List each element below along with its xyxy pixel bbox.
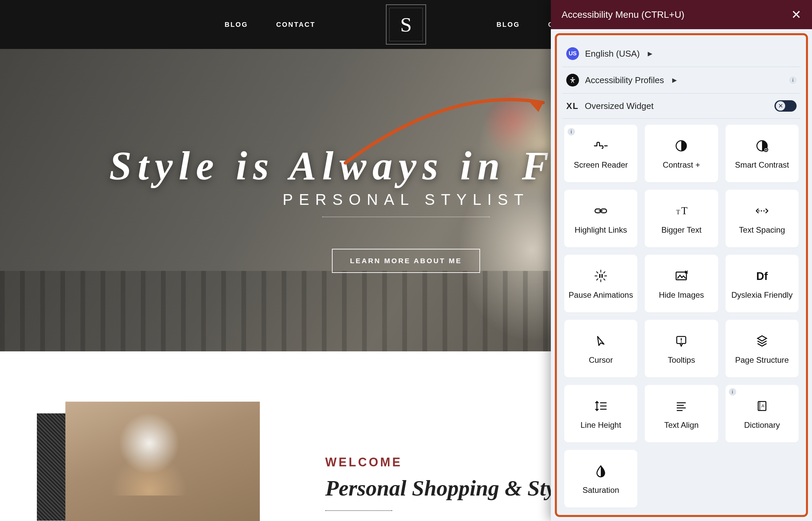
language-row[interactable]: US English (USA) ▶ [562, 41, 800, 67]
site-logo[interactable]: S [386, 4, 426, 45]
accessibility-panel-title: Accessibility Menu (CTRL+U) [562, 9, 791, 20]
nav-link-contact[interactable]: CONTACT [276, 21, 315, 28]
a11y-tile-label: Page Structure [735, 355, 789, 365]
accessibility-profiles-row[interactable]: Accessibility Profiles ▶ i [562, 67, 800, 93]
screen-reader-icon [593, 137, 609, 154]
a11y-tile-label: Tooltips [668, 355, 695, 365]
a11y-tile-label: Contrast + [663, 160, 700, 169]
a11y-tile-hide-images[interactable]: Hide Images [645, 255, 718, 313]
page-structure-icon [754, 333, 770, 349]
pause-animations-icon [593, 268, 609, 284]
accessibility-icon [566, 74, 579, 87]
bigger-text-icon [674, 203, 689, 219]
a11y-tile-cursor[interactable]: Cursor [564, 320, 637, 378]
contrast-plus-icon [674, 137, 689, 154]
a11y-tile-pause-animations[interactable]: Pause Animations [564, 255, 637, 313]
a11y-tile-text-spacing[interactable]: Text Spacing [725, 190, 798, 247]
nav-left-group: BLOG CONTACT [225, 21, 315, 28]
hero-divider [322, 217, 490, 217]
language-label: English (USA) [585, 49, 640, 59]
line-height-icon [593, 398, 609, 414]
highlight-links-icon [593, 203, 609, 219]
a11y-tile-label: Dyslexia Friendly [731, 290, 793, 300]
site-logo-letter: S [389, 8, 423, 41]
hide-images-icon [674, 268, 689, 284]
info-icon[interactable]: i [568, 128, 575, 135]
toggle-off-icon: ✕ [776, 101, 785, 111]
xl-icon: XL [566, 101, 579, 111]
a11y-tile-smart-contrast[interactable]: Smart Contrast [725, 125, 798, 182]
oversized-widget-label: Oversized Widget [585, 101, 653, 111]
svg-point-0 [572, 77, 573, 78]
accessibility-features-grid: iScreen ReaderContrast +Smart ContrastHi… [562, 123, 800, 509]
a11y-tile-label: Pause Animations [569, 290, 633, 300]
chevron-right-icon: ▶ [672, 76, 677, 84]
a11y-tile-line-height[interactable]: Line Height [564, 385, 637, 443]
dyslexia-friendly-icon [754, 268, 770, 284]
a11y-tile-screen-reader[interactable]: iScreen Reader [564, 125, 637, 182]
accessibility-panel: Accessibility Menu (CTRL+U) ✕ US English… [551, 0, 812, 521]
a11y-tile-label: Text Spacing [739, 225, 785, 235]
a11y-tile-label: Bigger Text [661, 225, 702, 235]
a11y-tile-contrast-plus[interactable]: Contrast + [645, 125, 718, 182]
a11y-tile-text-align[interactable]: Text Align [645, 385, 718, 443]
a11y-tile-dictionary[interactable]: iDictionary [725, 385, 798, 443]
info-icon[interactable]: i [789, 76, 796, 84]
a11y-tile-page-structure[interactable]: Page Structure [725, 320, 798, 378]
text-spacing-icon [754, 203, 770, 219]
accessibility-panel-body: US English (USA) ▶ Accessibility Profile… [555, 33, 808, 517]
hero-subtitle: PERSONAL STYLIST [283, 190, 529, 208]
nav-link-blog-2[interactable]: BLOG [497, 21, 520, 28]
cursor-icon [593, 333, 609, 349]
a11y-tile-dyslexia-friendly[interactable]: Dyslexia Friendly [725, 255, 798, 313]
info-icon[interactable]: i [729, 388, 736, 395]
a11y-tile-label: Smart Contrast [735, 160, 789, 169]
smart-contrast-icon [754, 137, 770, 154]
a11y-tile-label: Text Align [664, 421, 699, 430]
oversized-widget-toggle[interactable]: ✕ [774, 100, 796, 112]
a11y-tile-label: Dictionary [744, 421, 780, 430]
a11y-tile-label: Screen Reader [573, 160, 628, 169]
a11y-tile-label: Cursor [589, 355, 613, 365]
a11y-tile-tooltips[interactable]: Tooltips [645, 320, 718, 378]
a11y-tile-label: Line Height [580, 421, 621, 430]
oversized-widget-row: XL Oversized Widget ✕ [562, 93, 800, 119]
accessibility-panel-header: Accessibility Menu (CTRL+U) ✕ [551, 0, 812, 29]
a11y-tile-saturation[interactable]: Saturation [564, 450, 637, 507]
tooltips-icon [674, 333, 689, 349]
a11y-tile-bigger-text[interactable]: Bigger Text [645, 190, 718, 247]
a11y-tile-highlight-links[interactable]: Highlight Links [564, 190, 637, 247]
nav-link-blog[interactable]: BLOG [225, 21, 248, 28]
welcome-images [37, 402, 305, 521]
a11y-tile-label: Highlight Links [574, 225, 627, 235]
dictionary-icon [754, 398, 770, 414]
welcome-image-front [65, 402, 260, 521]
close-icon[interactable]: ✕ [791, 9, 801, 21]
chevron-right-icon: ▶ [648, 50, 652, 57]
a11y-tile-label: Saturation [582, 485, 619, 495]
saturation-icon [593, 463, 609, 479]
a11y-tile-label: Hide Images [659, 290, 704, 300]
accessibility-profiles-label: Accessibility Profiles [585, 75, 664, 86]
welcome-divider [325, 510, 392, 511]
language-badge-icon: US [566, 47, 579, 60]
text-align-icon [674, 398, 689, 414]
welcome-image-back [37, 413, 67, 521]
hero-cta-button[interactable]: LEARN MORE ABOUT ME [332, 249, 480, 273]
